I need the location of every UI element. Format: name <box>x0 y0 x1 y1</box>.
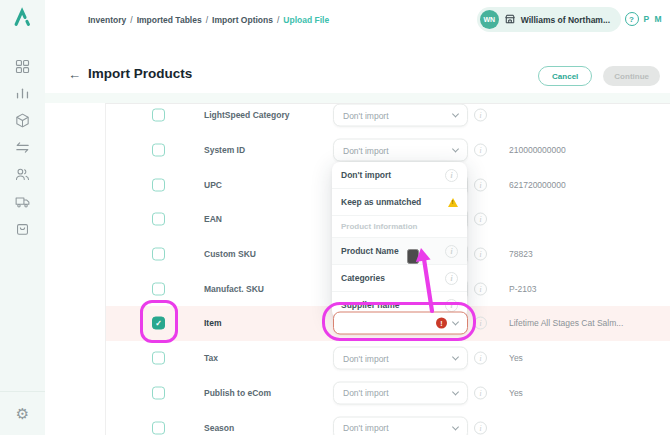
breadcrumb-upload-file[interactable]: Upload File <box>283 15 329 25</box>
table-row-lightspeed-category: LightSpeed Category Don't import <box>106 103 670 133</box>
sample-value: Lifetime All Stages Cat Salm... <box>509 318 623 328</box>
field-label: Custom SKU <box>204 249 256 259</box>
back-button[interactable] <box>68 67 81 82</box>
breadcrumb-inventory[interactable]: Inventory <box>88 15 126 25</box>
mapping-select[interactable]: Don't import <box>333 139 468 162</box>
field-label: LightSpeed Category <box>204 110 289 120</box>
row-checkbox[interactable] <box>152 282 165 295</box>
chevron-down-icon <box>452 111 459 118</box>
mapping-select[interactable]: Don't import <box>333 104 468 127</box>
mapping-dropdown-menu: Don't import Keep as unmatched Product I… <box>332 162 467 319</box>
row-checkbox[interactable] <box>152 109 165 122</box>
menu-item-product-name[interactable]: Product Name <box>332 238 467 265</box>
info-icon[interactable] <box>445 272 458 285</box>
sample-value: Yes <box>509 388 523 398</box>
breadcrumb: Inventory Imported Tables Import Options… <box>88 0 329 40</box>
info-icon[interactable] <box>445 169 458 182</box>
table-top-strip <box>45 93 670 103</box>
field-label: Publish to eCom <box>204 388 271 398</box>
chevron-down-icon <box>452 388 459 395</box>
info-icon[interactable] <box>445 245 458 258</box>
menu-item-categories[interactable]: Categories <box>332 265 467 292</box>
menu-section-product-information: Product Information <box>332 216 467 238</box>
account-switcher[interactable]: WN Williams of Northam... <box>477 7 621 32</box>
info-icon[interactable] <box>474 421 487 434</box>
page-header: Import Products Cancel Continue <box>45 40 670 94</box>
field-label: System ID <box>204 145 245 155</box>
info-icon[interactable] <box>474 144 487 157</box>
info-icon[interactable] <box>474 386 487 399</box>
field-label: Item <box>204 318 221 328</box>
row-checkbox[interactable] <box>152 213 165 226</box>
breadcrumb-separator <box>130 15 132 25</box>
brand-logo[interactable] <box>0 6 45 28</box>
row-checkbox[interactable] <box>152 144 165 157</box>
row-checkbox[interactable] <box>152 421 165 434</box>
breadcrumb-separator <box>277 15 279 25</box>
info-icon[interactable] <box>474 248 487 261</box>
field-label: UPC <box>204 180 222 190</box>
breadcrumb-imported-tables[interactable]: Imported Tables <box>137 15 202 25</box>
table-row-tax: Tax Don't import Yes <box>106 341 670 376</box>
sample-value: P-2103 <box>509 284 536 294</box>
sample-value: 621720000000 <box>509 180 566 190</box>
menu-item-dont-import[interactable]: Don't import <box>332 162 467 189</box>
mapping-select[interactable]: Don't import <box>333 381 468 404</box>
menu-item-keep-as-unmatched[interactable]: Keep as unmatched <box>332 189 467 216</box>
breadcrumb-separator <box>206 15 208 25</box>
info-icon[interactable] <box>474 213 487 226</box>
row-checkbox[interactable] <box>152 248 165 261</box>
analytics-icon[interactable] <box>14 85 31 102</box>
storefront-icon <box>504 11 516 29</box>
sidebar <box>0 0 45 435</box>
orders-icon[interactable] <box>14 220 31 237</box>
dashboard-icon[interactable] <box>14 58 31 75</box>
sample-value: Yes <box>509 353 523 363</box>
annotation-circle-dropdown <box>322 302 476 341</box>
cancel-button[interactable]: Cancel <box>538 66 592 86</box>
field-label: Season <box>204 423 234 433</box>
annotation-circle-checkbox <box>140 300 178 343</box>
field-label: Tax <box>204 353 218 363</box>
chevron-down-icon <box>452 423 459 430</box>
table-row-publish-to-ecom: Publish to eCom Don't import Yes <box>106 376 670 411</box>
row-checkbox[interactable] <box>152 178 165 191</box>
annotation-arrow <box>403 239 443 319</box>
info-icon[interactable] <box>474 282 487 295</box>
mapping-select[interactable]: Don't import <box>333 416 468 435</box>
sample-value: 78823 <box>509 249 533 259</box>
info-icon[interactable] <box>474 352 487 365</box>
row-checkbox[interactable] <box>152 386 165 399</box>
store-name: Williams of Northam... <box>521 15 610 25</box>
field-label: Manufact. SKU <box>204 284 264 294</box>
info-icon[interactable] <box>474 178 487 191</box>
page-title: Import Products <box>88 66 192 81</box>
table-row-season: Season Don't import <box>106 410 670 435</box>
topbar: Inventory Imported Tables Import Options… <box>45 0 670 40</box>
warning-icon <box>448 198 458 207</box>
gear-icon[interactable] <box>16 405 29 423</box>
avatar: WN <box>480 10 499 29</box>
user-initials[interactable]: P M <box>644 14 663 24</box>
row-checkbox[interactable] <box>152 352 165 365</box>
chevron-down-icon <box>452 145 459 152</box>
shipping-icon[interactable] <box>14 193 31 210</box>
field-label: EAN <box>204 214 222 224</box>
customers-icon[interactable] <box>14 166 31 183</box>
chevron-down-icon <box>452 354 459 361</box>
breadcrumb-import-options[interactable]: Import Options <box>212 15 273 25</box>
question-mark-icon[interactable] <box>625 12 639 26</box>
continue-button: Continue <box>603 66 660 86</box>
sample-value: 210000000000 <box>509 145 566 155</box>
inventory-icon[interactable] <box>14 112 31 129</box>
mapping-select[interactable]: Don't import <box>333 347 468 370</box>
info-icon[interactable] <box>474 109 487 122</box>
transfers-icon[interactable] <box>14 139 31 156</box>
